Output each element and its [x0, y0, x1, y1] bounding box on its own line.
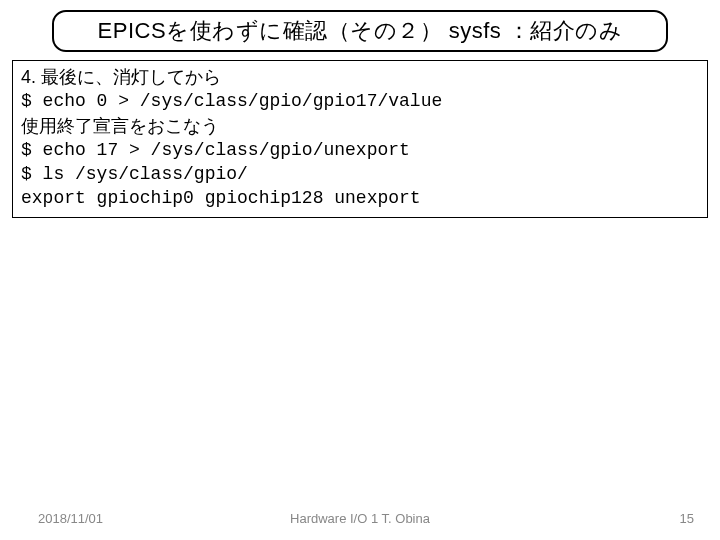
footer-center: Hardware I/O 1 T. Obina — [0, 511, 720, 526]
footer: 2018/11/01 Hardware I/O 1 T. Obina 15 — [0, 506, 720, 526]
command-line: $ echo 17 > /sys/class/gpio/unexport — [21, 138, 699, 162]
command-line: $ ls /sys/class/gpio/ — [21, 162, 699, 186]
command-line: $ echo 0 > /sys/class/gpio/gpio17/value — [21, 89, 699, 113]
slide-title: EPICSを使わずに確認（その２） sysfs ：紹介のみ — [98, 16, 623, 46]
slide: EPICSを使わずに確認（その２） sysfs ：紹介のみ 4. 最後に、消灯し… — [0, 0, 720, 540]
note-line: 使用終了宣言をおこなう — [21, 114, 699, 138]
footer-page-number: 15 — [680, 511, 694, 526]
slide-title-box: EPICSを使わずに確認（その２） sysfs ：紹介のみ — [52, 10, 668, 52]
step-label: 4. 最後に、消灯してから — [21, 65, 699, 89]
content-box: 4. 最後に、消灯してから $ echo 0 > /sys/class/gpio… — [12, 60, 708, 218]
output-line: export gpiochip0 gpiochip128 unexport — [21, 186, 699, 210]
